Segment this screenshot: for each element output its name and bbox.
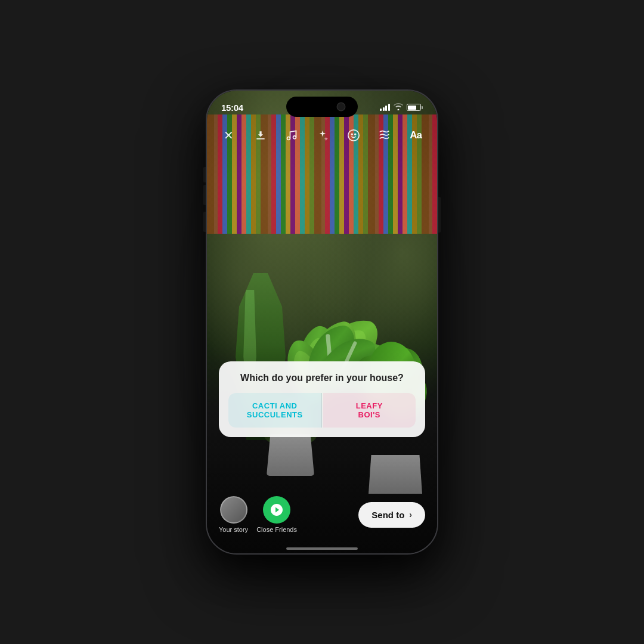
poll-question: Which do you prefer in your house? [228, 372, 416, 385]
svg-point-2 [348, 130, 359, 141]
text-tool-label: Aa [410, 129, 422, 141]
poll-option-left[interactable]: CACTI AND SUCCULENTS [228, 393, 322, 428]
your-story-option[interactable]: Your story [219, 496, 248, 533]
toolbar-right-icons: Aa [250, 125, 426, 146]
camera-dot [338, 103, 345, 110]
send-to-label: Send to [371, 510, 404, 520]
story-share-options: Your story Close Friends [219, 496, 297, 533]
home-indicator[interactable] [286, 547, 358, 550]
camera-pill [286, 97, 358, 117]
signal-icon [380, 104, 390, 111]
emoji-sticker-icon[interactable] [343, 125, 364, 146]
phone-frame: 15:04 [206, 89, 438, 555]
effects-icon[interactable] [374, 125, 395, 146]
your-story-label: Your story [219, 526, 248, 533]
send-to-button[interactable]: Send to › [358, 502, 425, 528]
status-time: 15:04 [221, 103, 243, 113]
close-friends-label: Close Friends [256, 526, 297, 533]
story-image [207, 91, 437, 553]
phone-body: 15:04 [206, 89, 438, 555]
status-right-icons [380, 103, 423, 112]
bottom-action-bar: Your story Close Friends Send to [207, 488, 437, 541]
poll-option-right[interactable]: LEAFY BOI'S [323, 393, 416, 428]
download-icon[interactable] [250, 125, 271, 146]
svg-point-1 [293, 136, 296, 139]
svg-point-0 [287, 137, 290, 140]
send-to-arrow-icon: › [409, 510, 412, 519]
photo-overlay [207, 91, 437, 553]
close-button[interactable]: ✕ [218, 125, 239, 146]
poll-option-left-label: CACTI AND SUCCULENTS [247, 401, 303, 419]
poll-option-right-label: LEAFY BOI'S [356, 401, 383, 419]
battery-icon [407, 104, 423, 111]
music-icon[interactable] [281, 125, 302, 146]
close-friends-avatar [263, 496, 290, 524]
poll-options: CACTI AND SUCCULENTS LEAFY BOI'S [228, 393, 416, 428]
svg-point-4 [355, 134, 356, 135]
close-friends-option[interactable]: Close Friends [256, 496, 297, 533]
text-tool-icon[interactable]: Aa [405, 125, 426, 146]
poll-widget: Which do you prefer in your house? CACTI… [219, 361, 425, 437]
story-toolbar: ✕ [207, 120, 437, 150]
wifi-icon [394, 103, 403, 112]
your-story-avatar [220, 496, 247, 524]
sparkle-icon[interactable] [312, 125, 333, 146]
power-button[interactable] [438, 197, 441, 233]
svg-point-3 [351, 134, 352, 135]
phone-screen: 15:04 [207, 91, 437, 553]
